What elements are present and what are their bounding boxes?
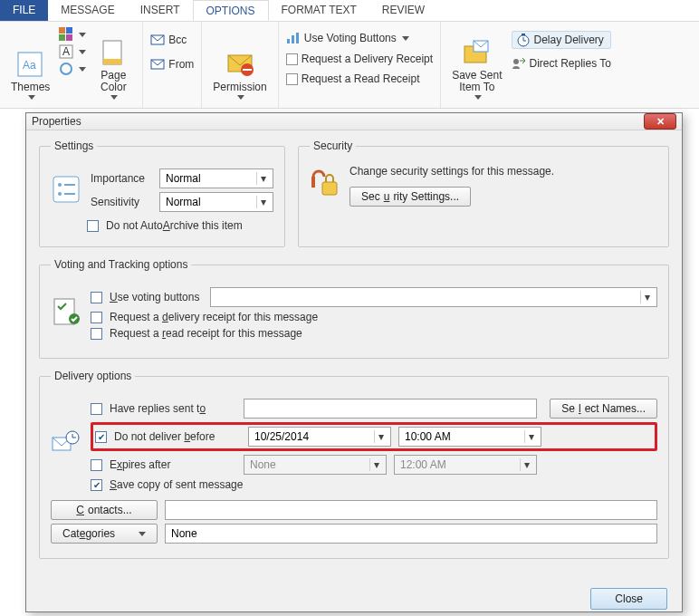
autoarchive-checkbox[interactable]	[87, 220, 99, 232]
from-icon	[150, 57, 165, 72]
from-label: From	[168, 58, 194, 71]
save-sent-item-button[interactable]: Save Sent Item To	[448, 25, 505, 101]
security-group: Security Change security settings for th…	[298, 140, 669, 247]
tab-options[interactable]: OPTIONS	[193, 0, 269, 21]
have-replies-label: Have replies sent to	[110, 402, 236, 415]
categories-button[interactable]: Categories	[51, 524, 158, 544]
have-replies-checkbox[interactable]	[91, 403, 102, 415]
permission-icon	[225, 51, 254, 80]
security-settings-button[interactable]: Security Settings...	[350, 187, 471, 207]
page-color-button[interactable]: Page Color	[91, 25, 135, 101]
dialog-titlebar: Properties ✕	[26, 113, 682, 130]
dropdown-arrow-icon	[237, 95, 244, 100]
use-voting-checkbox[interactable]	[91, 292, 102, 303]
themes-button[interactable]: Aa Themes	[7, 25, 53, 101]
importance-value: Normal	[166, 172, 201, 185]
contacts-button[interactable]: Contacts...	[51, 500, 158, 520]
categories-input[interactable]: None	[165, 524, 657, 544]
save-copy-label: Save copy of sent message	[110, 478, 243, 491]
dropdown-arrow-icon: ▾	[520, 458, 532, 471]
colors-swatch-button[interactable]	[59, 27, 86, 42]
svg-rect-29	[322, 182, 337, 195]
do-not-deliver-highlight: Do not deliver before 10/25/2014 ▾ 10:00…	[91, 422, 657, 451]
use-voting-label: Use voting buttons	[110, 291, 199, 303]
dropdown-arrow-icon: ▾	[374, 430, 387, 443]
dropdown-arrow-icon	[402, 36, 409, 41]
tab-file[interactable]: FILE	[0, 0, 48, 21]
delivery-icon	[51, 428, 83, 461]
checkbox-icon[interactable]	[286, 53, 298, 65]
svg-point-23	[513, 59, 519, 64]
themes-label: Themes	[11, 82, 50, 93]
svg-rect-18	[296, 33, 299, 43]
themes-icon: Aa	[16, 51, 45, 80]
group-more-options: Save Sent Item To Delay Delivery Direct …	[441, 22, 618, 108]
svg-point-25	[58, 183, 62, 187]
read-receipt-label: Request a read receipt for this message	[110, 327, 302, 340]
svg-rect-28	[64, 193, 75, 195]
expires-after-checkbox[interactable]	[91, 459, 102, 471]
read-receipt-checkbox[interactable]	[91, 328, 102, 340]
dropdown-arrow-icon: ▾	[524, 430, 537, 443]
delay-delivery-button[interactable]: Delay Delivery	[512, 31, 611, 49]
from-button[interactable]: From	[150, 57, 194, 72]
tab-review[interactable]: REVIEW	[369, 0, 437, 21]
tab-message[interactable]: MESSAGE	[48, 0, 127, 21]
svg-point-8	[61, 63, 72, 74]
save-sent-icon	[463, 39, 492, 68]
voting-icon	[286, 31, 301, 45]
do-not-deliver-checkbox[interactable]	[95, 431, 107, 443]
request-delivery-receipt[interactable]: Request a Delivery Receipt	[286, 53, 433, 65]
deliver-time-combo[interactable]: 10:00 AM ▾	[398, 427, 541, 447]
contacts-input[interactable]	[165, 500, 657, 520]
svg-rect-2	[59, 27, 65, 34]
delivery-legend: Delivery options	[51, 370, 135, 382]
tab-format-text[interactable]: FORMAT TEXT	[269, 0, 369, 21]
use-voting-label: Use Voting Buttons	[304, 32, 397, 44]
save-copy-checkbox[interactable]	[91, 479, 102, 491]
voting-legend: Voting and Tracking options	[51, 258, 191, 271]
direct-replies-button[interactable]: Direct Replies To	[512, 56, 611, 71]
use-voting-buttons[interactable]: Use Voting Buttons	[286, 31, 433, 45]
bcc-button[interactable]: Bcc	[150, 33, 194, 47]
voting-group-icon	[51, 297, 83, 330]
settings-icon	[51, 174, 83, 207]
importance-combo[interactable]: Normal ▾	[159, 168, 273, 188]
select-names-button[interactable]: Select Names...	[550, 399, 657, 419]
sensitivity-value: Normal	[166, 196, 201, 208]
deliver-date-combo[interactable]: 10/25/2014 ▾	[248, 427, 391, 447]
dialog-close-x-button[interactable]: ✕	[644, 113, 676, 130]
request-read-receipt[interactable]: Request a Read Receipt	[286, 72, 433, 85]
fonts-button[interactable]: A	[59, 44, 86, 59]
group-tracking: Use Voting Buttons Request a Delivery Re…	[279, 22, 441, 108]
permission-button[interactable]: Permission	[209, 25, 270, 101]
svg-rect-5	[66, 34, 72, 41]
voting-buttons-combo[interactable]: ▾	[210, 287, 657, 307]
close-button[interactable]: Close	[590, 588, 667, 610]
delay-delivery-icon	[516, 33, 531, 47]
svg-rect-17	[292, 35, 294, 43]
page-color-label: Page Color	[101, 70, 127, 93]
sensitivity-combo[interactable]: Normal ▾	[159, 192, 273, 212]
svg-text:Aa: Aa	[23, 59, 36, 72]
ribbon: Aa Themes A Page Color	[0, 22, 699, 109]
effects-button[interactable]	[59, 62, 86, 76]
deliver-time-value: 10:00 AM	[405, 430, 451, 443]
permission-label: Permission	[213, 82, 266, 93]
svg-text:A: A	[62, 45, 70, 58]
settings-group: Settings Importance Normal ▾	[39, 140, 285, 247]
checkbox-icon[interactable]	[286, 73, 298, 85]
have-replies-input[interactable]	[244, 399, 537, 419]
group-permission: Permission	[202, 22, 278, 108]
svg-rect-10	[103, 59, 121, 64]
dropdown-arrow-icon	[474, 95, 482, 100]
tab-insert[interactable]: INSERT	[128, 0, 193, 21]
delivery-receipt-checkbox[interactable]	[91, 312, 102, 323]
dropdown-arrow-icon: ▾	[640, 291, 653, 303]
svg-rect-16	[287, 39, 290, 43]
svg-rect-24	[53, 177, 79, 202]
expires-date-combo: None ▾	[244, 455, 387, 475]
dropdown-arrow-icon	[139, 532, 146, 536]
dropdown-arrow-icon	[28, 95, 35, 100]
svg-rect-15	[243, 69, 252, 71]
